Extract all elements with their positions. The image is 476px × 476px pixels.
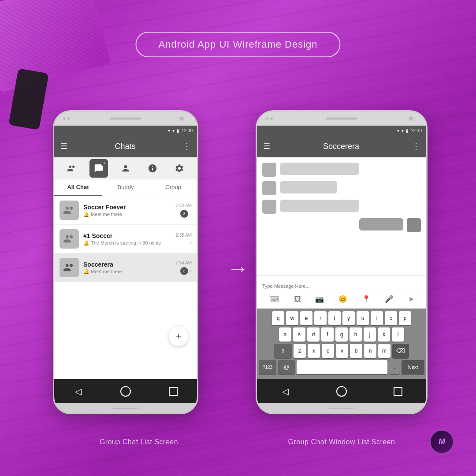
key-g[interactable]: g bbox=[335, 327, 348, 342]
chat-messages bbox=[257, 157, 426, 275]
key-a[interactable]: a bbox=[279, 327, 291, 342]
chat-list: Soccer Foever 🔔 Meet me there 7:54 AM 3 … bbox=[54, 196, 197, 379]
chat-item-2[interactable]: #1 Soccer 🔔 The March is starting in 30 … bbox=[54, 225, 197, 253]
chat-arrow-3: › bbox=[190, 268, 192, 274]
status-icon-wifi: ▾ bbox=[172, 128, 175, 133]
key-c[interactable]: c bbox=[322, 344, 334, 358]
nav-home-left[interactable] bbox=[118, 383, 134, 399]
key-b[interactable]: b bbox=[350, 344, 362, 358]
key-row-2: a s d f g h j k l bbox=[259, 327, 424, 342]
key-space[interactable] bbox=[297, 360, 387, 374]
key-w[interactable]: w bbox=[286, 311, 298, 325]
send-icon[interactable]: ➤ bbox=[408, 295, 414, 303]
chat-item-1[interactable]: Soccer Foever 🔔 Meet me there 7:54 AM 3 … bbox=[54, 196, 197, 225]
message-input-area: ⌨ 🖼 📷 😊 📍 🎤 ➤ bbox=[257, 275, 426, 309]
msg-row-3 bbox=[262, 200, 421, 214]
key-n[interactable]: n bbox=[364, 344, 376, 358]
key-j[interactable]: j bbox=[364, 327, 376, 342]
nav-back-left[interactable]: ◁ bbox=[71, 383, 86, 399]
key-s[interactable]: s bbox=[293, 327, 305, 342]
nav-recent-left[interactable] bbox=[166, 383, 181, 399]
keyboard-icon[interactable]: ⌨ bbox=[269, 295, 279, 303]
more-icon-right[interactable]: ⋮ bbox=[412, 141, 420, 151]
tab-icon-chat-active[interactable]: 1 bbox=[89, 159, 108, 178]
msg-avatar-3 bbox=[262, 200, 276, 214]
key-r[interactable]: r bbox=[314, 311, 327, 325]
key-shift[interactable]: ⇧ bbox=[274, 344, 292, 358]
tab-icons-row: 1 bbox=[54, 157, 197, 179]
key-v[interactable]: v bbox=[336, 344, 348, 358]
key-backspace[interactable]: ⌫ bbox=[392, 344, 409, 358]
more-icon-left[interactable]: ⋮ bbox=[183, 141, 191, 151]
key-symbols[interactable]: ?123 bbox=[259, 360, 276, 374]
message-input[interactable] bbox=[262, 279, 421, 293]
key-m[interactable]: m bbox=[378, 344, 390, 358]
key-row-3: ⇧ z x c v b n m ⌫ bbox=[259, 344, 424, 358]
key-at[interactable]: @ bbox=[278, 360, 295, 374]
tab-group[interactable]: Group bbox=[149, 179, 197, 196]
fab-button[interactable]: + bbox=[169, 327, 188, 346]
tab-icon-info[interactable] bbox=[143, 159, 162, 178]
tab-all-chat[interactable]: All Chat bbox=[54, 179, 102, 196]
tab-icon-contacts[interactable] bbox=[116, 159, 135, 178]
key-p[interactable]: p bbox=[399, 311, 411, 325]
key-d[interactable]: d bbox=[307, 327, 320, 342]
voice-icon[interactable]: 🎤 bbox=[385, 295, 394, 303]
key-period[interactable]: . bbox=[389, 360, 400, 374]
menu-icon-right[interactable]: ☰ bbox=[263, 141, 270, 151]
chat-badge-3: 3 bbox=[180, 267, 188, 275]
msg-bubble-3 bbox=[280, 200, 359, 212]
key-u[interactable]: u bbox=[357, 311, 369, 325]
chat-time-1: 7:54 AM bbox=[175, 203, 192, 208]
chat-preview-3: 🔔 Meet me there bbox=[83, 269, 171, 275]
nav-back-right[interactable]: ◁ bbox=[278, 383, 293, 399]
chat-tabs-row: All Chat Buddy Group bbox=[54, 179, 197, 196]
key-i[interactable]: i bbox=[371, 311, 383, 325]
phone-dots-left bbox=[63, 117, 70, 120]
key-y[interactable]: y bbox=[342, 311, 355, 325]
phone-right: ▾ ▾ ▮ 12:30 ☰ Soccerera ⋮ bbox=[256, 110, 428, 414]
image-icon[interactable]: 🖼 bbox=[294, 295, 301, 303]
phone-speaker-right bbox=[326, 118, 357, 120]
nav-home-right[interactable] bbox=[334, 383, 350, 399]
msg-row-4 bbox=[262, 218, 421, 232]
key-k[interactable]: k bbox=[378, 327, 390, 342]
msg-row-2 bbox=[262, 181, 421, 195]
key-l[interactable]: l bbox=[392, 327, 404, 342]
status-icon-battery: ▮ bbox=[177, 128, 179, 133]
key-o[interactable]: o bbox=[385, 311, 397, 325]
camera-icon[interactable]: 📷 bbox=[315, 295, 324, 303]
label-right: Group Chat Window List Screen bbox=[262, 438, 421, 446]
tab-icon-settings[interactable] bbox=[170, 159, 189, 178]
tab-icon-people[interactable] bbox=[63, 159, 81, 178]
chat-window: ⌨ 🖼 📷 😊 📍 🎤 ➤ q w e r t y u i o bbox=[257, 157, 426, 379]
key-t[interactable]: t bbox=[328, 311, 341, 325]
tab-buddy[interactable]: Buddy bbox=[102, 179, 149, 196]
phone-camera-left bbox=[179, 116, 184, 121]
nav-recent-right[interactable] bbox=[390, 383, 406, 399]
key-z[interactable]: z bbox=[294, 344, 306, 358]
key-row-4: ?123 @ . Next bbox=[259, 360, 424, 374]
status-icon-signal-r: ▾ bbox=[397, 128, 399, 133]
chat-time-2: 2:35 AM bbox=[175, 233, 192, 238]
msg-bubble-2 bbox=[280, 181, 337, 193]
dot-r1 bbox=[266, 117, 268, 120]
key-e[interactable]: e bbox=[300, 311, 312, 325]
chat-item-3[interactable]: Soccerera 🔔 Meet me there 7:54 AM 3 › bbox=[54, 253, 197, 282]
key-q[interactable]: q bbox=[272, 311, 284, 325]
chat-avatar-1 bbox=[60, 201, 79, 220]
phone-top-bar-left bbox=[54, 112, 197, 126]
key-h[interactable]: h bbox=[350, 327, 362, 342]
chat-preview-1: 🔔 Meet me there bbox=[83, 212, 171, 217]
msg-bubble-1 bbox=[280, 163, 359, 175]
key-f[interactable]: f bbox=[321, 327, 334, 342]
chat-arrow-1: › bbox=[190, 211, 192, 217]
location-icon[interactable]: 📍 bbox=[362, 295, 371, 303]
menu-icon-left[interactable]: ☰ bbox=[60, 141, 67, 151]
arrow-indicator: → bbox=[227, 256, 249, 281]
emoji-icon[interactable]: 😊 bbox=[338, 295, 347, 303]
key-next[interactable]: Next bbox=[402, 360, 424, 374]
status-bar-left: ▾ ▾ ▮ 12:30 bbox=[54, 126, 197, 135]
key-x[interactable]: x bbox=[308, 344, 320, 358]
chat-meta-1: 7:54 AM 3 › bbox=[175, 203, 192, 218]
